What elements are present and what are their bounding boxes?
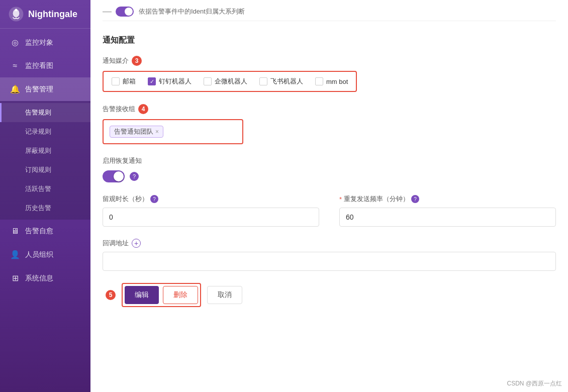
step-badge-3: 3 xyxy=(132,56,142,66)
partial-toggle-knob xyxy=(125,8,133,16)
alert-icon: 🔔 xyxy=(10,84,20,94)
sidebar-item-alert-self-healing-label: 告警自愈 xyxy=(25,227,53,236)
dashboard-icon: ≈ xyxy=(10,61,20,70)
callback-label-text: 回调地址 xyxy=(103,239,129,248)
notification-section-title: 通知配置 xyxy=(103,31,556,46)
recovery-toggle[interactable] xyxy=(103,170,125,182)
duration-input[interactable] xyxy=(103,208,319,227)
recipient-tag-alert-team: 告警通知团队 × xyxy=(110,126,163,138)
cancel-button[interactable]: 取消 xyxy=(207,286,242,304)
checkbox-mmbot[interactable] xyxy=(315,77,323,85)
sidebar-item-alert-management-label: 告警管理 xyxy=(25,85,53,94)
partial-description: 依据告警事件中的Ident归属大系列断 xyxy=(139,7,245,16)
sidebar-item-monitor-target[interactable]: ◎ 监控对象 xyxy=(0,31,90,54)
media-options-box: 邮箱 ✓ 钉钉机器人 企微机器人 飞书机器人 xyxy=(103,71,357,92)
sidebar-item-record-rules[interactable]: 记录规则 xyxy=(0,122,90,141)
sidebar-item-subscription-rules-label: 订阅规则 xyxy=(25,166,51,173)
media-label-feishu: 飞书机器人 xyxy=(270,77,303,86)
media-item-dingtalk[interactable]: ✓ 钉钉机器人 xyxy=(148,77,192,86)
sidebar-item-alert-rules-label: 告警规则 xyxy=(25,109,51,116)
repeat-help-icon[interactable]: ? xyxy=(411,195,419,203)
self-healing-icon: 🖥 xyxy=(10,227,20,236)
watermark: CSDN @西原一点红 xyxy=(507,379,562,388)
sidebar-item-personnel-org-label: 人员组织 xyxy=(25,250,53,259)
action-buttons-box: 编辑 删除 xyxy=(122,283,201,307)
content-area: — 依据告警事件中的Ident归属大系列断 通知配置 通知媒介 3 xyxy=(90,0,568,392)
action-row: 5 编辑 删除 取消 xyxy=(103,283,556,307)
checkbox-dingtalk[interactable]: ✓ xyxy=(148,77,156,85)
recovery-toggle-wrapper: ? xyxy=(103,170,556,182)
sidebar-item-system-info[interactable]: ⊞ 系统信息 xyxy=(0,266,90,290)
media-item-feishu[interactable]: 飞书机器人 xyxy=(259,77,303,86)
partial-header: — 依据告警事件中的Ident归属大系列断 xyxy=(103,0,556,21)
sidebar-item-shield-rules-label: 屏蔽规则 xyxy=(25,147,51,154)
duration-help-icon[interactable]: ? xyxy=(150,195,158,203)
edit-button[interactable]: 编辑 xyxy=(125,286,159,304)
partial-toggle[interactable] xyxy=(116,7,134,17)
sidebar-item-monitor-dashboard[interactable]: ≈ 监控看图 xyxy=(0,54,90,77)
timing-section: 留观时长（秒） ? * 重复发送频率（分钟） ? xyxy=(103,194,556,227)
sidebar-item-alert-self-healing[interactable]: 🖥 告警自愈 xyxy=(0,220,90,243)
step-badge-4: 4 xyxy=(138,104,148,114)
repeat-input[interactable] xyxy=(339,208,556,227)
recipient-box[interactable]: 告警通知团队 × xyxy=(103,119,243,144)
recipient-tag-label: 告警通知团队 xyxy=(114,127,153,136)
dual-field-row: 留观时长（秒） ? * 重复发送频率（分钟） ? xyxy=(103,194,556,227)
sidebar-item-subscription-rules[interactable]: 订阅规则 xyxy=(0,160,90,179)
media-section: 通知媒介 3 邮箱 ✓ 钉钉机器人 xyxy=(103,56,556,92)
recovery-label: 启用恢复通知 xyxy=(103,156,556,165)
media-label-dingtalk: 钉钉机器人 xyxy=(159,77,192,86)
recovery-toggle-knob xyxy=(114,171,124,181)
callback-label-row: 回调地址 + xyxy=(103,239,556,248)
media-label-mmbot: mm bot xyxy=(326,78,348,85)
sidebar-item-record-rules-label: 记录规则 xyxy=(25,128,51,135)
target-icon: ◎ xyxy=(10,38,20,47)
repeat-label: * 重复发送频率（分钟） ? xyxy=(339,194,556,204)
sidebar: Nightingale ◎ 监控对象 ≈ 监控看图 🔔 告警管理 告警规则 记录… xyxy=(0,0,90,392)
duration-label: 留观时长（秒） ? xyxy=(103,194,319,204)
media-item-email[interactable]: 邮箱 xyxy=(112,77,136,86)
media-label-email: 邮箱 xyxy=(123,77,136,86)
personnel-icon: 👤 xyxy=(10,250,20,259)
sidebar-item-system-info-label: 系统信息 xyxy=(25,274,53,283)
callback-add-button[interactable]: + xyxy=(132,239,141,248)
checkbox-feishu[interactable] xyxy=(259,77,267,85)
step-badge-5: 5 xyxy=(106,290,116,300)
sidebar-item-active-alerts-label: 活跃告警 xyxy=(25,185,51,192)
partial-content: 依据告警事件中的Ident归属大系列断 xyxy=(116,7,245,17)
sidebar-item-alert-management[interactable]: 🔔 告警管理 xyxy=(0,77,90,101)
callback-section: 回调地址 + xyxy=(103,239,556,271)
sidebar-item-shield-rules[interactable]: 屏蔽规则 xyxy=(0,141,90,160)
media-item-wework[interactable]: 企微机器人 xyxy=(204,77,247,86)
system-icon: ⊞ xyxy=(10,273,20,283)
sidebar-item-alert-rules[interactable]: 告警规则 xyxy=(0,103,90,122)
recipient-label: 告警接收组 xyxy=(103,105,135,114)
logo-text: Nightingale xyxy=(28,9,77,20)
sidebar-item-personnel-org[interactable]: 👤 人员组织 xyxy=(0,243,90,266)
delete-button[interactable]: 删除 xyxy=(163,286,198,304)
checkbox-email[interactable] xyxy=(112,77,120,85)
collapse-icon: — xyxy=(103,6,112,17)
checkbox-wework[interactable] xyxy=(204,77,212,85)
callback-input[interactable] xyxy=(103,252,556,271)
sidebar-item-history-alerts[interactable]: 历史告警 xyxy=(0,199,90,218)
sidebar-item-history-alerts-label: 历史告警 xyxy=(25,204,51,212)
sidebar-item-monitor-dashboard-label: 监控看图 xyxy=(25,61,53,70)
media-label-wework: 企微机器人 xyxy=(215,77,247,86)
media-item-mmbot[interactable]: mm bot xyxy=(315,77,348,85)
recovery-help-icon[interactable]: ? xyxy=(130,172,139,181)
recipient-section: 告警接收组 4 告警通知团队 × xyxy=(103,104,556,144)
repeat-required-star: * xyxy=(339,195,342,203)
repeat-field-group: * 重复发送频率（分钟） ? xyxy=(339,194,556,227)
main-nav: ◎ 监控对象 ≈ 监控看图 🔔 告警管理 告警规则 记录规则 屏蔽规则 订阅规则 xyxy=(0,29,90,292)
media-label: 通知媒介 xyxy=(103,56,129,65)
sidebar-item-monitor-target-label: 监控对象 xyxy=(25,38,53,47)
logo: Nightingale xyxy=(0,0,90,29)
svg-point-2 xyxy=(15,9,18,12)
main-content: — 依据告警事件中的Ident归属大系列断 通知配置 通知媒介 3 xyxy=(90,0,568,392)
recipient-tag-close[interactable]: × xyxy=(155,128,159,135)
recovery-section: 启用恢复通知 ? xyxy=(103,156,556,182)
duration-field-group: 留观时长（秒） ? xyxy=(103,194,319,227)
alert-sub-nav: 告警规则 记录规则 屏蔽规则 订阅规则 活跃告警 历史告警 xyxy=(0,101,90,220)
sidebar-item-active-alerts[interactable]: 活跃告警 xyxy=(0,179,90,199)
